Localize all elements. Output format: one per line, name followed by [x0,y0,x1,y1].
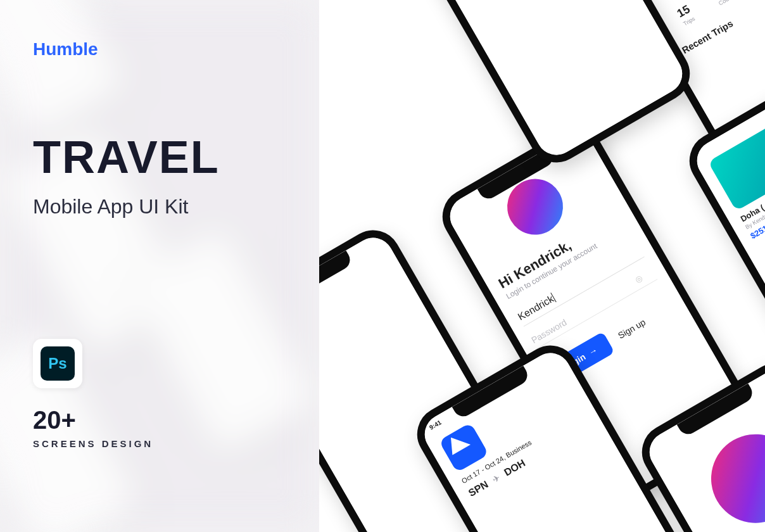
left-promo-panel: Humble TRAVEL Mobile App UI Kit Ps 20+ S… [0,0,319,532]
mockup-showcase: Hi Kendrick, Login to continue your acco… [319,0,765,532]
avatar [695,418,765,532]
flight-route: SPN ✈ DOH [467,419,593,499]
photoshop-badge: Ps [33,339,82,388]
photoshop-icon: Ps [41,346,75,381]
phone-recommended-screen: oha ( Qatar ) By Kendrick lamar $251 Rec… [369,0,700,172]
signup-link[interactable]: Sign up [616,317,647,341]
kit-title: TRAVEL [33,136,286,179]
screens-label: SCREENS DESIGN [33,438,286,449]
brand-name: Humble [33,39,286,60]
plane-icon: ✈ [490,472,502,485]
stat-trips: 15 Trips [675,3,697,27]
trip-image [708,120,765,211]
eye-icon[interactable]: ◎ [633,273,644,284]
stat-countries: 08 Countries [711,0,742,6]
kit-subtitle: Mobile App UI Kit [33,195,286,218]
screens-count: 20+ [33,406,286,434]
flight-from: SPN [467,479,490,499]
arrow-right-icon: → [586,345,599,358]
